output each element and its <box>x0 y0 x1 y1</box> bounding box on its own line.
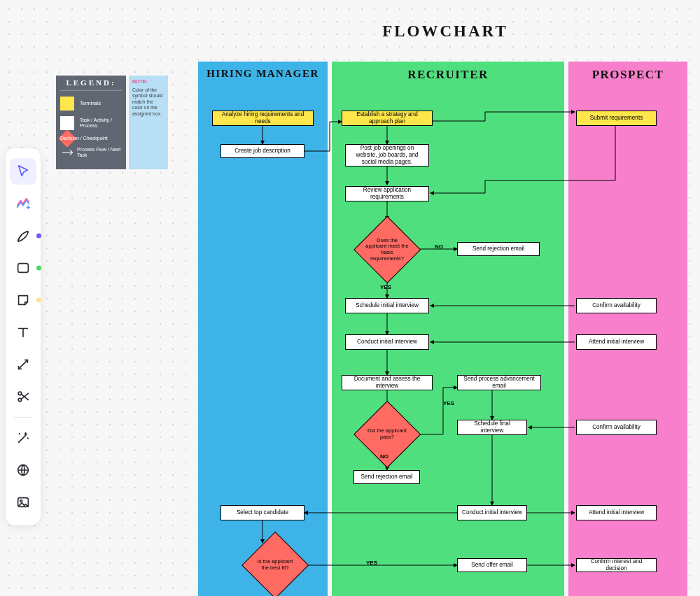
toolbar <box>6 148 41 525</box>
node-rec-reject2-label: Send rejection email <box>360 474 412 481</box>
node-rec-conduct-init[interactable]: Conduct initial interview <box>345 334 429 350</box>
node-hm-analyze-label: Analyze hiring requirements and needs <box>217 111 309 125</box>
lane-prospect-title: PROSPECT <box>568 62 687 86</box>
legend-flow-label: Process Flow / Next Task <box>77 147 122 158</box>
svg-rect-0 <box>18 264 29 273</box>
shape-tool[interactable] <box>10 255 36 281</box>
node-rec-strategy-label: Establish a strategy and approach plan <box>346 111 428 125</box>
decision-basic-label: Does the applicant meet the basic requir… <box>356 218 419 281</box>
node-rec-doc-label: Document and assess the interview <box>346 376 428 390</box>
node-hm-jd[interactable]: Create job description <box>220 144 304 158</box>
svg-point-5 <box>20 500 22 502</box>
text-tool[interactable] <box>10 319 36 346</box>
legend-arrow-icon <box>60 149 77 156</box>
note-body: Color of the symbol should match the col… <box>132 87 164 117</box>
node-hm-select-label: Select top candidate <box>237 509 288 516</box>
node-rec-offer-label: Send offer email <box>471 562 512 569</box>
pen-color-dot <box>36 234 41 239</box>
legend-terminal-label: Terminals <box>80 101 122 106</box>
node-rec-sched-final[interactable]: Schedule final interview <box>457 420 527 435</box>
lane-recruiter-title: RECRUITER <box>332 62 564 86</box>
chart-title: FLOWCHART <box>195 22 696 41</box>
node-hm-analyze[interactable]: Analyze hiring requirements and needs <box>212 111 314 126</box>
node-hm-select[interactable]: Select top candidate <box>220 505 304 520</box>
node-rec-sched-final-label: Schedule final interview <box>462 420 522 434</box>
sticky-icon <box>15 292 31 308</box>
node-rec-conduct-init-label: Conduct initial interview <box>357 339 417 346</box>
toolbar-separator <box>14 417 32 418</box>
node-rec-reject1-label: Send rejection email <box>472 246 524 253</box>
ai-draw-tool[interactable] <box>10 190 36 217</box>
pen-tool[interactable] <box>10 222 36 249</box>
node-rec-strategy[interactable]: Establish a strategy and approach plan <box>342 111 433 126</box>
node-rec-advance[interactable]: Send process advancement email <box>457 375 541 390</box>
node-rec-doc[interactable]: Document and assess the interview <box>342 375 433 390</box>
node-pro-decide[interactable]: Confirm interest and decision <box>576 558 657 572</box>
pen-icon <box>15 228 31 243</box>
decision-bestfit[interactable]: Is the applicant the best fit? <box>244 534 307 596</box>
wand-icon <box>15 430 31 446</box>
node-rec-advance-label: Send process advancement email <box>462 376 536 390</box>
node-rec-sched-init[interactable]: Schedule initial interview <box>345 298 429 313</box>
node-pro-attend2-label: Attend initial interview <box>589 509 644 516</box>
image-icon <box>15 495 31 510</box>
node-pro-attend1[interactable]: Attend initial interview <box>576 334 657 350</box>
node-rec-sched-init-label: Schedule initial interview <box>356 302 419 309</box>
globe-tool[interactable] <box>10 457 36 483</box>
note-title: NOTE: <box>132 79 164 85</box>
image-tool[interactable] <box>10 489 36 516</box>
legend-terminal-swatch <box>60 97 74 111</box>
node-rec-conduct2-label: Conduct initial interview <box>462 509 522 516</box>
node-hm-jd-label: Create job description <box>234 148 290 155</box>
scissors-icon <box>15 389 31 404</box>
connector-icon <box>15 357 31 372</box>
node-rec-conduct2[interactable]: Conduct initial interview <box>457 505 527 520</box>
select-tool[interactable] <box>10 158 36 185</box>
flowchart[interactable]: FLOWCHART HIRING MANAGER RECRUITER PROSP… <box>195 22 696 596</box>
node-pro-attend1-label: Attend initial interview <box>589 339 644 346</box>
legend-panel[interactable]: LEGEND: Terminals Task / Activity / Proc… <box>56 76 168 169</box>
node-pro-submit-label: Submit requirements <box>590 115 643 122</box>
scissors-tool[interactable] <box>10 383 36 410</box>
node-pro-submit[interactable]: Submit requirements <box>576 111 657 126</box>
decision-bestfit-label: Is the applicant the best fit? <box>244 534 307 596</box>
node-rec-reject2[interactable]: Send rejection email <box>354 470 420 484</box>
magic-tool[interactable] <box>10 425 36 451</box>
node-pro-decide-label: Confirm interest and decision <box>581 558 652 572</box>
rectangle-icon <box>15 260 31 276</box>
legend-note[interactable]: NOTE: Color of the symbol should match t… <box>129 76 168 169</box>
lane-recruiter[interactable]: RECRUITER <box>332 62 564 596</box>
node-rec-review[interactable]: Review application requirements <box>345 186 429 201</box>
globe-icon <box>15 462 31 478</box>
decision-pass[interactable]: Did the applicant pass? <box>356 403 419 466</box>
legend-process-label: Task / Activity / Process <box>80 118 122 129</box>
cursor-icon <box>15 164 31 179</box>
node-rec-post[interactable]: Post job openings on website, job boards… <box>345 144 429 166</box>
node-rec-post-label: Post job openings on website, job boards… <box>350 145 424 166</box>
lane-hiring-manager-title: HIRING MANAGER <box>198 62 328 85</box>
decision-pass-label: Did the applicant pass? <box>356 403 419 466</box>
shape-color-dot <box>36 266 41 271</box>
legend-decision-label: Decision / Checkpoint <box>60 136 122 141</box>
node-rec-offer[interactable]: Send offer email <box>457 558 527 572</box>
node-rec-review-label: Review application requirements <box>350 187 424 201</box>
sticky-color-dot <box>36 298 41 303</box>
legend-title: LEGEND: <box>60 78 122 91</box>
node-pro-confirm2-label: Confirm availability <box>592 424 640 431</box>
decision-basic[interactable]: Does the applicant meet the basic requir… <box>356 218 419 281</box>
node-rec-reject1[interactable]: Send rejection email <box>457 242 540 256</box>
connector-tool[interactable] <box>10 351 36 378</box>
text-icon <box>15 325 31 340</box>
sticky-tool[interactable] <box>10 287 36 313</box>
legend-process-swatch <box>60 116 74 130</box>
legend-card: LEGEND: Terminals Task / Activity / Proc… <box>56 76 126 169</box>
node-pro-attend2[interactable]: Attend initial interview <box>576 505 657 520</box>
node-pro-confirm2[interactable]: Confirm availability <box>576 420 657 435</box>
zigzag-icon <box>15 196 31 211</box>
node-pro-confirm1-label: Confirm availability <box>592 302 640 309</box>
node-pro-confirm1[interactable]: Confirm availability <box>576 298 657 313</box>
